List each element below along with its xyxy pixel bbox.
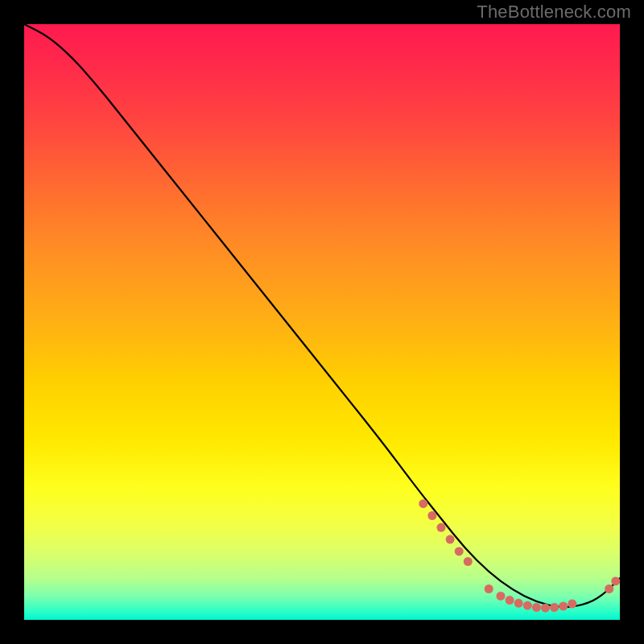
plot-area [24,24,620,620]
data-marker [523,601,532,610]
data-marker [559,602,568,611]
data-marker [437,523,446,532]
data-marker [446,535,455,544]
data-marker [455,547,464,555]
overlay-svg [24,24,620,620]
watermark-text: TheBottleneck.com [477,2,631,23]
chart-stage: TheBottleneck.com [0,0,644,644]
data-marker [611,576,620,585]
data-marker [550,603,559,612]
data-marker [485,584,493,593]
data-marker [506,596,514,605]
data-marker [497,592,506,601]
data-marker [427,511,436,520]
data-marker [568,600,576,609]
data-markers [419,499,620,613]
data-marker [532,603,541,612]
data-marker [419,499,427,508]
bottleneck-curve [24,24,620,607]
data-marker [605,584,613,593]
data-marker [541,604,550,613]
data-marker [464,557,473,566]
data-marker [514,599,523,608]
